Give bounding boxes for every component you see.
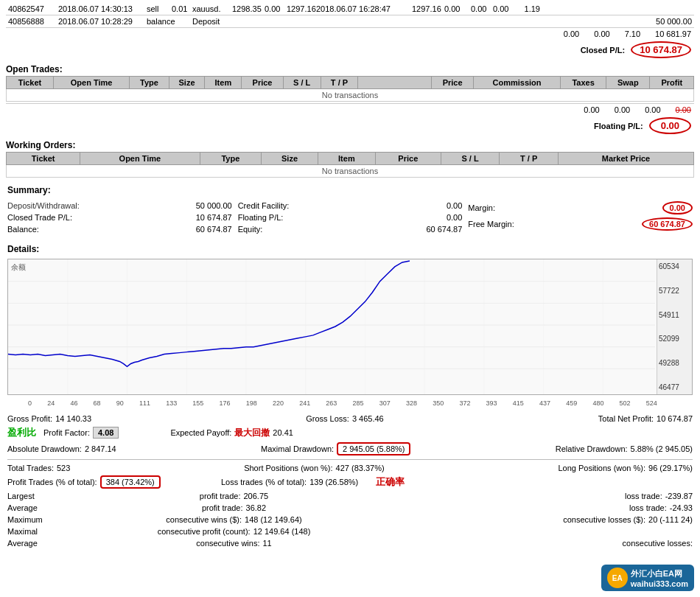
summary-top-row: 0.00 0.00 7.10 10 681.97 xyxy=(6,28,694,40)
tx1-ticket: 40862547 xyxy=(6,4,56,13)
stats-row6: Largest profit trade: 206.75 loss trade:… xyxy=(7,490,693,502)
relative-drawdown-label: Relative Drawdown: xyxy=(556,444,628,453)
stats-row1: Gross Profit: 14 140.33 Gross Loss: 3 46… xyxy=(7,413,693,425)
watermark-url: waihui333.com xyxy=(631,579,688,588)
loss-trade-value: -239.87 xyxy=(665,492,693,500)
floating-pl-row: Floating P/L: 0.00 xyxy=(6,116,694,137)
tx1-taxes: 0.00 xyxy=(469,4,491,13)
tx1-swap: 0.00 xyxy=(491,4,513,13)
average2-group: Average xyxy=(7,539,81,548)
long-positions-value: 96 (29.17%) xyxy=(648,464,693,472)
sum-val1: 0.00 xyxy=(564,29,579,38)
col-swap: Swap xyxy=(606,77,650,89)
tx2-ticket: 40856888 xyxy=(6,17,56,26)
profit-factor-value: 4.08 xyxy=(93,427,119,439)
open-trades-header: Open Trades: xyxy=(6,61,694,76)
loss-trade-label: loss trade: xyxy=(625,492,662,500)
free-margin-label: Free Margin: xyxy=(468,220,514,228)
total-trades-group: Total Trades: 523 xyxy=(7,464,70,472)
summary-label: Summary: xyxy=(7,182,693,197)
credit-label: Credit Facility: xyxy=(238,201,290,210)
tx2-type: balance xyxy=(144,17,169,26)
stats-row7: Average profit trade: 36.82 loss trade: … xyxy=(7,502,693,514)
sum-float-value: 0.00 xyxy=(447,213,462,222)
wo-col-item: Item xyxy=(318,153,375,165)
maximal-drawdown-value: 2 945.05 (5.88%) xyxy=(337,442,410,455)
tx1-price-close: 1297.16 xyxy=(410,4,442,13)
sum-val4: 10 681.97 xyxy=(655,29,691,38)
avg-loss-label: loss trade: xyxy=(629,503,667,512)
main-container: 40862547 2018.06.07 14:30:13 sell 0.01 x… xyxy=(0,0,700,555)
stats-row3: Absolute Drawdown: 2 847.14 Maximal Draw… xyxy=(7,441,693,457)
summary-closed-pl-row: Closed Trade P/L: 10 674.87 xyxy=(7,212,232,223)
watermark: EA 外汇小白EA网 waihui333.com xyxy=(601,565,694,591)
tx1-tp: 1297.16 xyxy=(284,4,314,13)
max-consec-profit-group: consecutive wins ($): 148 (12 149.64) xyxy=(81,515,387,524)
deposit-value: 50 000.00 xyxy=(196,201,232,210)
profit-trade-label: profit trade: xyxy=(200,492,241,500)
y-label-5: 49288 xyxy=(659,359,690,367)
stats-divider xyxy=(7,459,693,460)
margin-label: Margin: xyxy=(468,203,495,212)
expected-payoff-group: Expected Payoff: 最大回撤 20.41 xyxy=(170,427,293,439)
summary-grid: Deposit/Withdrawal: 50 000.00 Closed Tra… xyxy=(7,200,693,235)
equity-value: 60 674.87 xyxy=(426,225,462,234)
floating-zeros-row: 0.00 0.00 0.00 0.00 xyxy=(6,103,694,116)
free-margin-value: 60 674.87 xyxy=(642,217,693,231)
float-val4: 0.00 xyxy=(676,105,691,114)
floating-pl-value: 0.00 xyxy=(649,117,691,134)
absolute-drawdown-label: Absolute Drawdown: xyxy=(7,444,82,453)
tx1-size: 0.01 xyxy=(169,4,190,13)
sum-val2: 0.00 xyxy=(594,29,609,38)
avg-consec-losses-group: consecutive losses: xyxy=(387,539,693,548)
expected-payoff-cn: 最大回撤 xyxy=(234,427,270,439)
gross-loss-group: Gross Loss: 3 465.46 xyxy=(306,414,384,423)
tx2-time: 2018.06.07 10:28:29 xyxy=(56,17,144,26)
expected-payoff-value: 20.41 xyxy=(273,428,293,437)
wo-col-ticket: Ticket xyxy=(7,153,80,165)
summary-deposit-row: Deposit/Withdrawal: 50 000.00 xyxy=(7,200,232,212)
wo-col-market-price: Market Price xyxy=(558,153,693,165)
summary-col2: Credit Facility: 0.00 Floating P/L: 0.00… xyxy=(238,200,463,235)
avg-profit-label: profit trade: xyxy=(202,503,243,512)
max-consec-profit-value: 148 (12 149.64) xyxy=(245,515,302,524)
equity-label: Equity: xyxy=(238,225,263,234)
summary-equity-row: Equity: 60 674.87 xyxy=(238,223,463,235)
sum-val3: 7.10 xyxy=(625,29,640,38)
total-net-profit-value: 10 674.87 xyxy=(657,414,693,423)
loss-trades-value: 139 (26.58%) xyxy=(309,478,358,486)
avg-loss-value: -24.93 xyxy=(670,503,693,512)
float-val1: 0.00 xyxy=(584,105,599,114)
avg-profit-value: 36.82 xyxy=(246,503,267,512)
y-label-6: 46477 xyxy=(659,383,690,391)
transaction-row-2: 40856888 2018.06.07 10:28:29 balance Dep… xyxy=(6,15,694,28)
sum-closed-pl-label: Closed Trade P/L: xyxy=(7,213,72,222)
deposit-label: Deposit/Withdrawal: xyxy=(7,201,80,210)
chart-svg xyxy=(8,259,655,394)
summary-floating-row: Floating P/L: 0.00 xyxy=(238,212,463,223)
absolute-drawdown-value: 2 847.14 xyxy=(85,444,116,453)
tx1-close-time: 2018.06.07 16:28:47 xyxy=(314,4,410,13)
col-profit: Profit xyxy=(650,77,694,89)
open-trades-empty: No transactions xyxy=(7,89,694,102)
tx1-time: 2018.06.07 14:30:13 xyxy=(56,4,144,13)
col-taxes: Taxes xyxy=(561,77,606,89)
total-net-profit-label: Total Net Profit: xyxy=(598,414,654,423)
wo-col-tp: T / P xyxy=(500,153,559,165)
transaction-row-1: 40862547 2018.06.07 14:30:13 sell 0.01 x… xyxy=(6,3,694,15)
short-positions-value: 427 (83.37%) xyxy=(336,464,385,472)
long-positions-group: Long Positions (won %): 96 (29.17%) xyxy=(558,464,693,472)
summary-credit-row: Credit Facility: 0.00 xyxy=(238,200,463,212)
wo-col-price: Price xyxy=(375,153,441,165)
tx1-profit: 1.19 xyxy=(513,4,542,13)
gross-profit-group: Gross Profit: 14 140.33 xyxy=(7,414,91,423)
avg-consec-wins-value: 11 xyxy=(262,539,271,548)
stats-row8: Maximum consecutive wins ($): 148 (12 14… xyxy=(7,514,693,526)
profit-trade-value: 206.75 xyxy=(243,492,268,500)
max-consec-profit-label: consecutive wins ($): xyxy=(166,515,242,524)
avg-consec-wins-label: consecutive wins: xyxy=(196,539,259,548)
balance-value: 60 674.87 xyxy=(196,225,232,234)
total-trades-label: Total Trades: xyxy=(7,464,54,472)
margin-value: 0.00 xyxy=(662,201,693,214)
wo-col-open-time: Open Time xyxy=(80,153,200,165)
